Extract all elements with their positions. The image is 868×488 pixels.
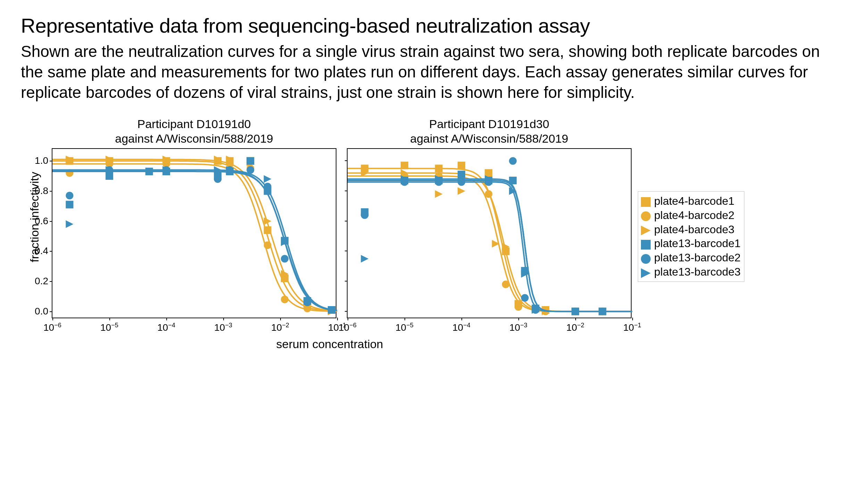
svg-rect-0 [641, 197, 651, 207]
curve-plate13-barcode1 [52, 171, 337, 311]
square-icon [641, 196, 651, 206]
data-point [214, 175, 222, 183]
data-point [281, 255, 289, 262]
legend-label: plate13-barcode1 [654, 236, 741, 251]
svg-marker-2 [641, 226, 651, 235]
panel-title: Participant D10191d0against A/Wisconsin/… [115, 117, 273, 146]
y-tick: 0.0 [35, 306, 52, 317]
svg-rect-3 [641, 240, 651, 250]
data-point [361, 211, 368, 219]
triangle-icon [641, 225, 651, 234]
curve-plate4-barcode1 [348, 168, 632, 311]
legend-item: plate13-barcode3 [641, 265, 741, 279]
x-tick: 10−3 [214, 318, 232, 333]
curve-plate13-barcode2 [348, 182, 632, 311]
legend-label: plate13-barcode3 [654, 265, 741, 279]
curve-plate4-barcode3 [52, 159, 337, 311]
plot-area: 0.00.20.40.60.81.010−610−510−410−310−210… [52, 148, 336, 318]
y-tick: 0.6 [35, 216, 52, 227]
data-point [264, 175, 272, 183]
data-point [509, 157, 517, 165]
legend-label: plate13-barcode2 [654, 251, 741, 265]
x-tick: 10−6 [43, 318, 61, 333]
panel-title: Participant D10191d30against A/Wisconsin… [410, 117, 568, 146]
legend-item: plate13-barcode1 [641, 236, 741, 251]
legend: plate4-barcode1plate4-barcode2plate4-bar… [638, 191, 744, 282]
circle-icon [641, 253, 651, 263]
curve-plate13-barcode3 [52, 170, 337, 310]
x-tick: 10−2 [566, 318, 584, 333]
svg-point-1 [641, 211, 651, 221]
x-axis-label: serum concentration [28, 337, 632, 351]
data-point [435, 165, 443, 172]
data-point [458, 161, 465, 169]
legend-item: plate13-barcode2 [641, 251, 741, 265]
y-tick: 0.4 [35, 245, 52, 256]
curve-plate4-barcode1 [52, 161, 337, 311]
data-point [502, 280, 510, 288]
x-tick: 10−4 [452, 318, 470, 333]
figure: fraction infectivity Participant D10191d… [28, 117, 847, 351]
data-point [66, 192, 73, 199]
x-tick: 10−1 [623, 318, 641, 333]
chart-panel: Participant D10191d30against A/Wisconsin… [347, 117, 632, 318]
page-description: Shown are the neutralization curves for … [21, 41, 837, 103]
x-tick: 10−5 [100, 318, 118, 333]
legend-label: plate4-barcode1 [654, 194, 734, 208]
curve-plate13-barcode2 [52, 170, 337, 310]
y-tick: 0.8 [35, 185, 52, 196]
curve-plate4-barcode3 [348, 173, 632, 311]
x-tick: 10−4 [157, 318, 175, 333]
data-point [458, 187, 465, 195]
legend-item: plate4-barcode2 [641, 208, 741, 222]
curve-plate4-barcode2 [52, 164, 337, 311]
data-point [281, 295, 289, 303]
data-point [66, 201, 73, 208]
data-point [521, 294, 529, 302]
plot-area: 10−610−510−410−310−210−1 [347, 148, 632, 318]
curve-plate13-barcode1 [348, 180, 632, 311]
circle-icon [641, 210, 651, 220]
data-point [401, 161, 408, 169]
data-point [264, 241, 272, 249]
legend-item: plate4-barcode3 [641, 222, 741, 237]
svg-marker-5 [641, 268, 651, 278]
data-point [145, 168, 153, 175]
page-title: Representative data from sequencing-base… [21, 14, 847, 37]
x-tick: 10−5 [395, 318, 414, 333]
legend-label: plate4-barcode2 [654, 208, 734, 222]
x-tick: 10−2 [271, 318, 289, 333]
data-point [66, 220, 73, 228]
y-tick: 0.2 [35, 276, 52, 287]
square-icon [641, 239, 651, 249]
legend-label: plate4-barcode3 [654, 222, 734, 237]
data-point [435, 190, 443, 198]
chart-panel: Participant D10191d0against A/Wisconsin/… [52, 117, 336, 318]
svg-point-4 [641, 254, 651, 264]
x-tick: 10−6 [339, 318, 357, 333]
x-tick: 10−3 [509, 318, 527, 333]
y-tick: 1.0 [35, 155, 52, 166]
triangle-icon [641, 267, 651, 277]
data-point [361, 255, 368, 262]
curve-plate13-barcode3 [348, 179, 632, 311]
legend-item: plate4-barcode1 [641, 194, 741, 208]
